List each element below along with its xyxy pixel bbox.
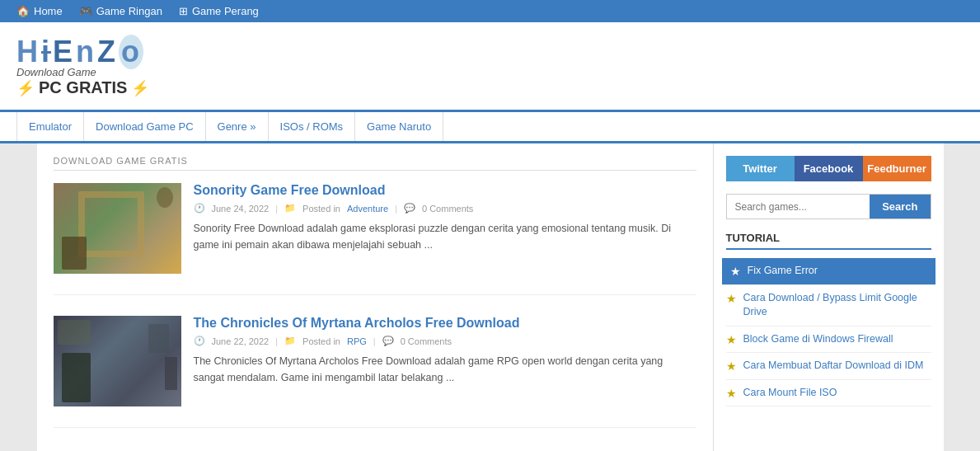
- tutorial-link-2[interactable]: Cara Membuat Daftar Download di IDM: [743, 359, 924, 373]
- post-comments-1: 0 Comments: [422, 204, 473, 214]
- post-item: Sonority Game Free Download 🕐 June 24, 2…: [54, 183, 696, 295]
- post-thumbnail-1: [54, 183, 181, 274]
- lightning-left-icon: ⚡: [16, 79, 35, 97]
- tutorial-link-1[interactable]: Block Game di Windows Firewall: [743, 332, 893, 347]
- thumb-deco-2a: [62, 353, 91, 402]
- comment-icon-2: 💬: [382, 336, 394, 346]
- search-box: Search: [726, 194, 931, 219]
- tutorial-featured-link[interactable]: Fix Game Error: [748, 264, 818, 279]
- logo-pc: ⚡ PC GRATIS ⚡: [16, 78, 964, 97]
- tutorial-title: TUTORIAL: [726, 232, 931, 250]
- post-category-2[interactable]: RPG: [347, 336, 367, 346]
- main-container: DOWNLOAD GAME GRATIS Sonority Game Free …: [37, 143, 944, 451]
- header-logo: HiEnZo Download Game ⚡ PC GRATIS ⚡: [0, 22, 980, 112]
- post-category-1[interactable]: Adventure: [347, 204, 388, 214]
- sub-nav: Emulator Download Game PC Genre » ISOs /…: [0, 112, 980, 143]
- nav-home[interactable]: 🏠 Home: [16, 5, 63, 17]
- tutorial-link-3[interactable]: Cara Mount File ISO: [743, 386, 837, 401]
- star-icon-featured: ★: [730, 265, 741, 278]
- thumb-deco-1b: [62, 237, 87, 270]
- folder-icon-2: 📁: [284, 336, 296, 346]
- thumb-deco-2b: [148, 324, 169, 353]
- windows-icon: ⊞: [179, 5, 188, 17]
- subnav-isos-roms[interactable]: ISOs / ROMs: [269, 112, 356, 141]
- thumb-deco-1c: [157, 187, 173, 208]
- post-meta-1: 🕐 June 24, 2022 | 📁 Posted in Adventure …: [194, 203, 696, 214]
- tutorial-item-0: ★ Cara Download / Bypass Limit Google Dr…: [726, 285, 931, 327]
- gamepad-icon: 🎮: [79, 5, 92, 17]
- posted-in-1: Posted in: [302, 204, 340, 214]
- subnav-game-naruto[interactable]: Game Naruto: [355, 112, 443, 141]
- search-button[interactable]: Search: [870, 195, 930, 218]
- clock-icon-2: 🕐: [194, 336, 205, 346]
- post-comments-2: 0 Comments: [401, 336, 452, 346]
- thumb-deco-2d: [165, 357, 177, 390]
- post-date-1: June 24, 2022: [212, 204, 270, 214]
- search-input[interactable]: [727, 195, 870, 218]
- posted-in-2: Posted in: [302, 336, 340, 346]
- feedburner-button[interactable]: Feedburner: [863, 156, 931, 181]
- post-item-2: The Chronicles Of Myrtana Archolos Free …: [54, 316, 696, 428]
- section-title: DOWNLOAD GAME GRATIS: [54, 156, 696, 171]
- post-content-1: Sonority Game Free Download 🕐 June 24, 2…: [194, 183, 696, 274]
- logo-title: HiEnZo: [16, 35, 964, 69]
- folder-icon-1: 📁: [284, 203, 296, 214]
- tutorial-link-0[interactable]: Cara Download / Bypass Limit Google Driv…: [743, 291, 931, 320]
- twitter-button[interactable]: Twitter: [726, 156, 795, 181]
- tutorial-item-2: ★ Cara Membuat Daftar Download di IDM: [726, 353, 931, 380]
- tutorial-item-3: ★ Cara Mount File ISO: [726, 380, 931, 407]
- subnav-genre[interactable]: Genre »: [206, 112, 269, 141]
- post-excerpt-1: Sonority Free Download adalah game ekspl…: [194, 220, 696, 253]
- sidebar: Twitter Facebook Feedburner Search TUTOR…: [713, 143, 944, 451]
- tutorial-section: TUTORIAL ★ Fix Game Error ★ Cara Downloa…: [726, 232, 931, 406]
- post-title-1[interactable]: Sonority Game Free Download: [194, 183, 696, 198]
- star-icon-0: ★: [726, 292, 737, 305]
- post-thumbnail-2: [54, 316, 181, 406]
- post-content-2: The Chronicles Of Myrtana Archolos Free …: [194, 316, 696, 406]
- social-buttons: Twitter Facebook Feedburner: [726, 156, 931, 181]
- page-wrapper: 🏠 Home 🎮 Game Ringan ⊞ Game Perang HiEnZ…: [0, 0, 980, 451]
- top-nav: 🏠 Home 🎮 Game Ringan ⊞ Game Perang: [0, 0, 980, 22]
- subnav-emulator[interactable]: Emulator: [16, 112, 84, 141]
- facebook-button[interactable]: Facebook: [795, 156, 863, 181]
- post-title-2[interactable]: The Chronicles Of Myrtana Archolos Free …: [194, 316, 696, 331]
- tutorial-featured-item: ★ Fix Game Error: [722, 258, 935, 285]
- subnav-download-game-pc[interactable]: Download Game PC: [84, 112, 206, 141]
- post-excerpt-2: The Chronicles Of Myrtana Archolos Free …: [194, 353, 696, 386]
- star-icon-2: ★: [726, 359, 737, 373]
- home-icon: 🏠: [16, 5, 30, 17]
- post-meta-2: 🕐 June 22, 2022 | 📁 Posted in RPG | 💬 0 …: [194, 336, 696, 346]
- thumb-deco-2c: [58, 320, 91, 345]
- star-icon-1: ★: [726, 333, 737, 346]
- lightning-right-icon: ⚡: [131, 79, 149, 97]
- nav-game-perang[interactable]: ⊞ Game Perang: [179, 5, 259, 17]
- tutorial-item-1: ★ Block Game di Windows Firewall: [726, 327, 931, 354]
- logo-subtitle: Download Game: [16, 66, 964, 78]
- comment-icon-1: 💬: [404, 203, 415, 214]
- post-date-2: June 22, 2022: [212, 336, 270, 346]
- clock-icon-1: 🕐: [194, 203, 205, 214]
- star-icon-3: ★: [726, 387, 737, 400]
- thumb-deco-1: [78, 191, 144, 257]
- content-area: DOWNLOAD GAME GRATIS Sonority Game Free …: [37, 143, 713, 451]
- nav-game-ringan[interactable]: 🎮 Game Ringan: [79, 5, 162, 17]
